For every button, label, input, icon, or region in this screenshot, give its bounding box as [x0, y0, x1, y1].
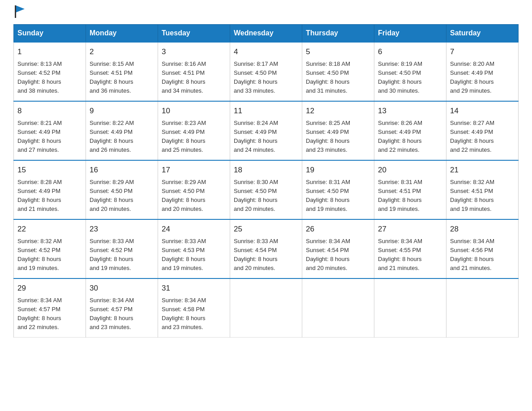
calendar-day-cell: 4Sunrise: 8:17 AMSunset: 4:50 PMDaylight…: [230, 42, 302, 101]
weekday-header-wednesday: Wednesday: [230, 25, 302, 43]
day-number: 1: [17, 46, 82, 58]
day-info: Sunrise: 8:20 AMSunset: 4:49 PMDaylight:…: [450, 60, 515, 96]
day-number: 18: [234, 164, 298, 176]
day-number: 2: [90, 46, 154, 58]
day-info: Sunrise: 8:26 AMSunset: 4:49 PMDaylight:…: [378, 119, 442, 155]
day-info: Sunrise: 8:31 AMSunset: 4:50 PMDaylight:…: [306, 178, 370, 214]
calendar-day-cell: 31Sunrise: 8:34 AMSunset: 4:58 PMDayligh…: [158, 278, 230, 338]
calendar-day-cell: 27Sunrise: 8:34 AMSunset: 4:55 PMDayligh…: [374, 219, 446, 278]
day-number: 4: [234, 46, 298, 58]
day-number: 20: [378, 164, 442, 176]
calendar-day-cell: 28Sunrise: 8:34 AMSunset: 4:56 PMDayligh…: [446, 219, 519, 278]
calendar-day-cell: 1Sunrise: 8:13 AMSunset: 4:52 PMDaylight…: [14, 42, 86, 101]
day-number: 15: [17, 164, 82, 176]
svg-rect-1: [15, 5, 16, 18]
day-info: Sunrise: 8:34 AMSunset: 4:57 PMDaylight:…: [90, 296, 154, 332]
day-info: Sunrise: 8:13 AMSunset: 4:52 PMDaylight:…: [17, 60, 82, 96]
day-info: Sunrise: 8:30 AMSunset: 4:50 PMDaylight:…: [234, 178, 298, 214]
day-number: 19: [306, 164, 370, 176]
calendar-day-cell: 30Sunrise: 8:34 AMSunset: 4:57 PMDayligh…: [86, 278, 158, 338]
weekday-header-sunday: Sunday: [14, 25, 86, 43]
day-info: Sunrise: 8:17 AMSunset: 4:50 PMDaylight:…: [234, 60, 298, 96]
calendar-week-row: 22Sunrise: 8:32 AMSunset: 4:52 PMDayligh…: [14, 219, 519, 278]
day-number: 30: [90, 283, 154, 294]
calendar-week-row: 1Sunrise: 8:13 AMSunset: 4:52 PMDaylight…: [14, 42, 519, 101]
day-number: 17: [162, 164, 226, 176]
calendar-day-cell: 24Sunrise: 8:33 AMSunset: 4:53 PMDayligh…: [158, 219, 230, 278]
logo-flag-icon: [15, 5, 25, 18]
calendar-day-cell: [302, 278, 374, 338]
calendar-day-cell: 7Sunrise: 8:20 AMSunset: 4:49 PMDaylight…: [446, 42, 519, 101]
calendar-week-row: 15Sunrise: 8:28 AMSunset: 4:49 PMDayligh…: [14, 160, 519, 219]
day-number: 8: [17, 105, 82, 117]
day-info: Sunrise: 8:15 AMSunset: 4:51 PMDaylight:…: [90, 60, 154, 96]
day-number: 3: [162, 46, 226, 58]
calendar-day-cell: 5Sunrise: 8:18 AMSunset: 4:50 PMDaylight…: [302, 42, 374, 101]
calendar-day-cell: 8Sunrise: 8:21 AMSunset: 4:49 PMDaylight…: [14, 101, 86, 160]
day-info: Sunrise: 8:16 AMSunset: 4:51 PMDaylight:…: [162, 60, 226, 96]
calendar-day-cell: [446, 278, 519, 338]
calendar-day-cell: 26Sunrise: 8:34 AMSunset: 4:54 PMDayligh…: [302, 219, 374, 278]
calendar-day-cell: 9Sunrise: 8:22 AMSunset: 4:49 PMDaylight…: [86, 101, 158, 160]
day-number: 21: [450, 164, 515, 176]
weekday-header-tuesday: Tuesday: [158, 25, 230, 43]
day-number: 29: [17, 283, 82, 294]
day-number: 27: [378, 223, 442, 235]
calendar-day-cell: 18Sunrise: 8:30 AMSunset: 4:50 PMDayligh…: [230, 160, 302, 219]
svg-marker-0: [16, 5, 25, 13]
calendar-day-cell: 16Sunrise: 8:29 AMSunset: 4:50 PMDayligh…: [86, 160, 158, 219]
day-info: Sunrise: 8:22 AMSunset: 4:49 PMDaylight:…: [90, 119, 154, 155]
day-number: 5: [306, 46, 370, 58]
day-number: 7: [450, 46, 515, 58]
day-info: Sunrise: 8:34 AMSunset: 4:54 PMDaylight:…: [306, 237, 370, 273]
day-info: Sunrise: 8:19 AMSunset: 4:50 PMDaylight:…: [378, 60, 442, 96]
calendar-day-cell: 12Sunrise: 8:25 AMSunset: 4:49 PMDayligh…: [302, 101, 374, 160]
calendar-day-cell: 19Sunrise: 8:31 AMSunset: 4:50 PMDayligh…: [302, 160, 374, 219]
weekday-header-row: SundayMondayTuesdayWednesdayThursdayFrid…: [14, 25, 519, 43]
day-info: Sunrise: 8:31 AMSunset: 4:51 PMDaylight:…: [378, 178, 442, 214]
day-number: 11: [234, 105, 298, 117]
calendar-day-cell: 6Sunrise: 8:19 AMSunset: 4:50 PMDaylight…: [374, 42, 446, 101]
day-number: 9: [90, 105, 154, 117]
day-number: 6: [378, 46, 442, 58]
day-info: Sunrise: 8:34 AMSunset: 4:55 PMDaylight:…: [378, 237, 442, 273]
page-header: [13, 9, 519, 15]
day-info: Sunrise: 8:33 AMSunset: 4:53 PMDaylight:…: [162, 237, 226, 273]
day-number: 23: [90, 223, 154, 235]
day-info: Sunrise: 8:21 AMSunset: 4:49 PMDaylight:…: [17, 119, 82, 155]
calendar-table: SundayMondayTuesdayWednesdayThursdayFrid…: [13, 24, 519, 338]
logo: [13, 9, 25, 15]
day-number: 10: [162, 105, 226, 117]
day-info: Sunrise: 8:34 AMSunset: 4:56 PMDaylight:…: [450, 237, 515, 273]
calendar-week-row: 29Sunrise: 8:34 AMSunset: 4:57 PMDayligh…: [14, 278, 519, 338]
weekday-header-monday: Monday: [86, 25, 158, 43]
day-info: Sunrise: 8:18 AMSunset: 4:50 PMDaylight:…: [306, 60, 370, 96]
day-info: Sunrise: 8:23 AMSunset: 4:49 PMDaylight:…: [162, 119, 226, 155]
calendar-day-cell: [230, 278, 302, 338]
day-info: Sunrise: 8:28 AMSunset: 4:49 PMDaylight:…: [17, 178, 82, 214]
weekday-header-friday: Friday: [374, 25, 446, 43]
day-number: 28: [450, 223, 515, 235]
calendar-day-cell: 22Sunrise: 8:32 AMSunset: 4:52 PMDayligh…: [14, 219, 86, 278]
day-number: 25: [234, 223, 298, 235]
day-number: 22: [17, 223, 82, 235]
day-info: Sunrise: 8:33 AMSunset: 4:54 PMDaylight:…: [234, 237, 298, 273]
day-number: 24: [162, 223, 226, 235]
weekday-header-thursday: Thursday: [302, 25, 374, 43]
calendar-day-cell: 17Sunrise: 8:29 AMSunset: 4:50 PMDayligh…: [158, 160, 230, 219]
calendar-day-cell: 23Sunrise: 8:33 AMSunset: 4:52 PMDayligh…: [86, 219, 158, 278]
day-info: Sunrise: 8:24 AMSunset: 4:49 PMDaylight:…: [234, 119, 298, 155]
calendar-day-cell: 15Sunrise: 8:28 AMSunset: 4:49 PMDayligh…: [14, 160, 86, 219]
calendar-day-cell: 14Sunrise: 8:27 AMSunset: 4:49 PMDayligh…: [446, 101, 519, 160]
calendar-day-cell: 25Sunrise: 8:33 AMSunset: 4:54 PMDayligh…: [230, 219, 302, 278]
calendar-day-cell: 13Sunrise: 8:26 AMSunset: 4:49 PMDayligh…: [374, 101, 446, 160]
day-info: Sunrise: 8:29 AMSunset: 4:50 PMDaylight:…: [90, 178, 154, 214]
day-info: Sunrise: 8:34 AMSunset: 4:57 PMDaylight:…: [17, 296, 82, 332]
calendar-day-cell: 3Sunrise: 8:16 AMSunset: 4:51 PMDaylight…: [158, 42, 230, 101]
calendar-day-cell: 2Sunrise: 8:15 AMSunset: 4:51 PMDaylight…: [86, 42, 158, 101]
calendar-day-cell: 11Sunrise: 8:24 AMSunset: 4:49 PMDayligh…: [230, 101, 302, 160]
day-info: Sunrise: 8:27 AMSunset: 4:49 PMDaylight:…: [450, 119, 515, 155]
calendar-day-cell: 10Sunrise: 8:23 AMSunset: 4:49 PMDayligh…: [158, 101, 230, 160]
day-info: Sunrise: 8:29 AMSunset: 4:50 PMDaylight:…: [162, 178, 226, 214]
calendar-week-row: 8Sunrise: 8:21 AMSunset: 4:49 PMDaylight…: [14, 101, 519, 160]
